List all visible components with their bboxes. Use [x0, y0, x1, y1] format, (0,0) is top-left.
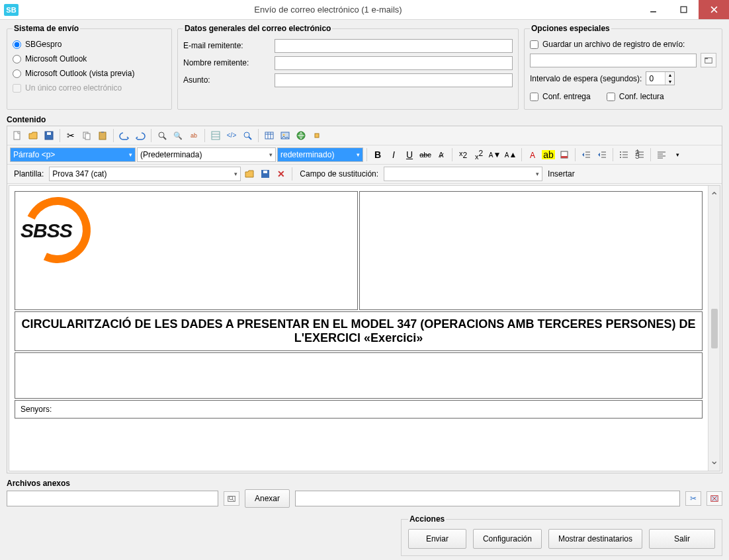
- radio-sbgespro-label: SBGespro: [25, 40, 62, 49]
- spinner-up[interactable]: ▲: [665, 72, 674, 79]
- cut-icon[interactable]: ✂: [64, 128, 78, 143]
- copy-icon[interactable]: [79, 128, 94, 143]
- subscript-icon[interactable]: x2: [456, 147, 470, 162]
- input-attachment-file[interactable]: [7, 491, 218, 506]
- check-conf-entrega[interactable]: Conf. entrega: [530, 89, 591, 104]
- template-delete-icon[interactable]: ✕: [274, 167, 288, 181]
- send-button[interactable]: Enviar: [408, 529, 466, 549]
- combo-substitution[interactable]: [384, 167, 542, 181]
- template-save-icon[interactable]: [258, 167, 273, 181]
- input-interval[interactable]: [646, 72, 665, 85]
- close-button[interactable]: [699, 0, 729, 19]
- open-icon[interactable]: [26, 128, 40, 143]
- image-icon[interactable]: [278, 128, 292, 143]
- background-color-icon[interactable]: [557, 147, 572, 162]
- redo-icon[interactable]: [133, 128, 148, 143]
- svg-rect-12: [101, 132, 104, 133]
- check-single-mail: Un único correo electrónico: [13, 81, 166, 95]
- scroll-up-icon[interactable]: ⌃: [710, 190, 718, 202]
- svg-point-36: [620, 151, 621, 153]
- indent-icon[interactable]: [595, 147, 609, 162]
- combo-font-size[interactable]: redeterminado): [277, 147, 363, 162]
- doc-headline: CIRCULARITZACIÓ DE LES DADES A PRESENTAR…: [15, 311, 703, 351]
- editor-body: SBSS CIRCULARITZACIÓ DE LES DADES A PRES…: [9, 185, 720, 471]
- editor-scrollbar[interactable]: ⌃ ⌄: [708, 186, 720, 471]
- spinner-down[interactable]: ▼: [665, 79, 674, 85]
- svg-rect-6: [14, 132, 20, 140]
- combo-font-family[interactable]: (Predeterminada): [137, 147, 276, 162]
- outdent-icon[interactable]: [579, 147, 593, 162]
- maximize-button[interactable]: [668, 0, 699, 19]
- template-open-icon[interactable]: [242, 167, 257, 181]
- check-conf-lectura[interactable]: Conf. lectura: [607, 89, 664, 104]
- highlight-icon[interactable]: ab: [541, 147, 556, 162]
- check-conf-lectura-input[interactable]: [607, 93, 615, 101]
- svg-rect-20: [265, 132, 273, 139]
- attachment-view-button[interactable]: [707, 491, 722, 506]
- minimize-button[interactable]: [638, 0, 668, 19]
- panel-special-legend: Opciones especiales: [530, 24, 611, 33]
- table-icon[interactable]: [262, 128, 277, 143]
- content-label: Contenido: [7, 115, 722, 124]
- combo-paragraph[interactable]: Párrafo <p>: [10, 147, 136, 162]
- insert-button[interactable]: Insertar: [544, 169, 579, 179]
- html-source-icon[interactable]: </>: [224, 128, 239, 143]
- check-save-log-input[interactable]: [530, 40, 538, 49]
- toggle-grid-icon[interactable]: [208, 128, 223, 143]
- check-conf-entrega-input[interactable]: [530, 93, 538, 101]
- spinner-interval[interactable]: ▲▼: [646, 71, 675, 85]
- anchor-icon[interactable]: [310, 128, 324, 143]
- recipients-button[interactable]: Mostrar destinatarios: [548, 529, 642, 549]
- attachment-list[interactable]: [295, 491, 680, 506]
- underline-icon[interactable]: U: [402, 147, 417, 162]
- strike-icon[interactable]: abc: [418, 147, 433, 162]
- find-replace-icon[interactable]: 🔍: [171, 128, 185, 143]
- font-increase-icon[interactable]: A▲: [503, 147, 518, 162]
- font-color-icon[interactable]: A: [525, 147, 540, 162]
- font-decrease-icon[interactable]: A▼: [488, 147, 502, 162]
- scroll-thumb[interactable]: [711, 309, 718, 348]
- config-button[interactable]: Configuración: [473, 529, 542, 549]
- preview-icon[interactable]: [240, 128, 255, 143]
- svg-rect-27: [315, 134, 319, 138]
- panel-send-system: Sistema de envío SBGespro Microsoft Outl…: [7, 24, 172, 110]
- input-sender-name[interactable]: [275, 56, 513, 70]
- radio-outlook-input[interactable]: [13, 55, 21, 63]
- more-icon[interactable]: ▾: [670, 147, 685, 162]
- check-single-mail-label: Un único correo electrónico: [25, 83, 122, 93]
- find-icon[interactable]: [155, 128, 169, 143]
- radio-sbgespro[interactable]: SBGespro: [13, 37, 166, 52]
- radio-outlook-preview-input[interactable]: [13, 69, 21, 78]
- radio-outlook[interactable]: Microsoft Outlook: [13, 52, 166, 66]
- combo-template[interactable]: Prova 347 (cat): [49, 167, 241, 181]
- superscript-icon[interactable]: x2: [472, 147, 486, 162]
- italic-icon[interactable]: I: [386, 147, 401, 162]
- replace-text-icon[interactable]: ab: [187, 128, 201, 143]
- exit-button[interactable]: Salir: [649, 529, 715, 549]
- svg-text:3: 3: [635, 151, 640, 160]
- editor-canvas[interactable]: SBSS CIRCULARITZACIÓ DE LES DADES A PRES…: [9, 186, 708, 471]
- scroll-down-icon[interactable]: ⌄: [710, 454, 718, 467]
- browse-attachment-button[interactable]: [224, 491, 239, 506]
- browse-log-button[interactable]: [701, 53, 716, 67]
- check-save-log[interactable]: Guardar un archivo de registro de envío:: [530, 37, 716, 52]
- remove-attachment-button[interactable]: ✂: [685, 491, 701, 506]
- label-template: Plantilla:: [10, 169, 48, 179]
- input-sender-email[interactable]: [275, 39, 513, 53]
- link-icon[interactable]: [294, 128, 308, 143]
- radio-sbgespro-input[interactable]: [13, 40, 21, 49]
- align-left-icon[interactable]: [654, 147, 669, 162]
- number-list-icon[interactable]: 123: [632, 147, 647, 162]
- bold-icon[interactable]: B: [370, 147, 385, 162]
- attach-button[interactable]: Anexar: [245, 489, 290, 508]
- bullet-list-icon[interactable]: [617, 147, 631, 162]
- paste-icon[interactable]: [95, 128, 110, 143]
- remove-format-icon[interactable]: A̷: [434, 147, 449, 162]
- save-icon[interactable]: [42, 128, 56, 143]
- new-doc-icon[interactable]: [10, 128, 24, 143]
- input-log-path[interactable]: [530, 54, 697, 67]
- undo-icon[interactable]: [117, 128, 132, 143]
- check-conf-lectura-label: Conf. lectura: [619, 92, 664, 101]
- input-subject[interactable]: [275, 73, 513, 87]
- radio-outlook-preview[interactable]: Microsoft Outlook (vista previa): [13, 66, 166, 81]
